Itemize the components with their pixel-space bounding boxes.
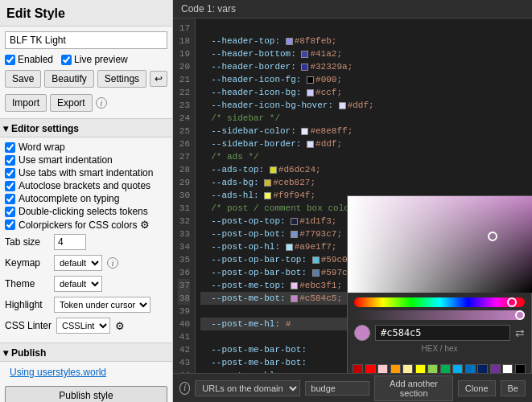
alpha-bar[interactable] bbox=[354, 310, 525, 320]
smart-indent-item: Use smart indentation bbox=[5, 154, 167, 166]
color-picker-overlay: ⇄ HEX / hex bbox=[347, 195, 532, 373]
live-preview-label[interactable]: Live preview bbox=[61, 54, 128, 65]
right-panel: Code 1: vars 1718192021 2223242526 27282… bbox=[173, 0, 532, 402]
autoclose-item: Autoclose brackets and quotes bbox=[5, 179, 167, 192]
chevron-down-icon-publish: ▾ bbox=[3, 347, 8, 359]
tab-size-label: Tab size bbox=[5, 236, 49, 248]
autoclose-label: Autoclose brackets and quotes bbox=[19, 180, 151, 191]
hex-input[interactable] bbox=[375, 325, 510, 341]
line-numbers: 1718192021 2223242526 2728293031 3233343… bbox=[173, 18, 196, 373]
smart-indent-label: Use smart indentation bbox=[19, 154, 113, 166]
word-wrap-label: Word wrap bbox=[19, 142, 65, 153]
budget-input[interactable] bbox=[305, 381, 369, 396]
theme-select[interactable]: default bbox=[54, 276, 102, 292]
autoclose-checkbox[interactable] bbox=[5, 181, 15, 191]
colorpickers-label: Colorpickers for CSS colors bbox=[19, 219, 137, 231]
swap-icon[interactable]: ⇄ bbox=[515, 326, 525, 339]
palette-swatch[interactable] bbox=[502, 364, 513, 373]
word-wrap-item: Word wrap bbox=[5, 141, 167, 154]
export-button[interactable]: Export bbox=[50, 94, 93, 112]
clone-button[interactable]: Clone bbox=[458, 380, 496, 396]
color-swatch-preview bbox=[354, 325, 370, 341]
css-linter-gear-icon[interactable]: ⚙ bbox=[115, 320, 125, 332]
palette-swatch[interactable] bbox=[353, 364, 363, 373]
publish-link[interactable]: Using userstyles.world bbox=[5, 365, 167, 379]
add-section-button[interactable]: Add another section bbox=[374, 375, 452, 401]
smart-tabs-item: Use tabs with smart indentation bbox=[5, 166, 167, 179]
format-label: HEX / hex bbox=[354, 344, 525, 353]
keymap-row: Keymap default i bbox=[5, 252, 167, 273]
theme-row: Theme default bbox=[5, 273, 167, 294]
enabled-checkbox[interactable] bbox=[5, 55, 15, 65]
tab-size-row: Tab size bbox=[5, 232, 167, 252]
palette-swatch[interactable] bbox=[402, 364, 413, 373]
action-buttons-row: Save Beautify Settings ↩ bbox=[0, 67, 172, 91]
palette-swatch[interactable] bbox=[377, 364, 388, 373]
alpha-thumb[interactable] bbox=[515, 310, 525, 320]
be-button[interactable]: Be bbox=[501, 380, 526, 396]
picker-controls: ⇄ HEX / hex bbox=[348, 293, 531, 361]
enabled-label[interactable]: Enabled bbox=[5, 54, 53, 65]
urls-dropdown[interactable]: URLs on the domain bbox=[195, 380, 300, 396]
autocomplete-item: Autocomplete on typing bbox=[5, 192, 167, 205]
autocomplete-checkbox[interactable] bbox=[5, 194, 15, 204]
css-linter-label: CSS Linter bbox=[5, 320, 52, 331]
palette-swatch[interactable] bbox=[440, 364, 451, 373]
style-name-input[interactable] bbox=[5, 31, 167, 49]
palette-swatch[interactable] bbox=[427, 364, 438, 373]
highlight-select[interactable]: Token under cursor bbox=[54, 297, 151, 313]
code-header: Code 1: vars bbox=[173, 0, 532, 18]
palette-swatch[interactable] bbox=[515, 364, 526, 373]
picker-circle[interactable] bbox=[488, 232, 497, 241]
hue-thumb[interactable] bbox=[507, 297, 517, 307]
bottom-info-icon[interactable]: i bbox=[179, 382, 190, 395]
keymap-label: Keymap bbox=[5, 257, 49, 269]
undo-button[interactable]: ↩ bbox=[150, 71, 167, 87]
highlight-label: Highlight bbox=[5, 299, 49, 310]
tab-size-input[interactable] bbox=[54, 234, 86, 250]
theme-label: Theme bbox=[5, 278, 49, 289]
beautify-button[interactable]: Beautify bbox=[44, 70, 93, 88]
enabled-row: Enabled Live preview bbox=[0, 52, 172, 67]
palette-swatch[interactable] bbox=[465, 364, 476, 373]
editor-settings-header[interactable]: ▾ Editor settings bbox=[0, 118, 172, 137]
save-button[interactable]: Save bbox=[5, 70, 41, 88]
live-preview-checkbox[interactable] bbox=[61, 55, 72, 65]
palette-swatch[interactable] bbox=[365, 364, 376, 373]
editor-settings-content: Word wrap Use smart indentation Use tabs… bbox=[0, 137, 172, 339]
colorpickers-checkbox[interactable] bbox=[5, 219, 15, 230]
chevron-down-icon: ▾ bbox=[3, 123, 8, 134]
publish-style-button[interactable]: Publish style bbox=[5, 386, 167, 402]
css-linter-row: CSS Linter CSSLint ⚙ bbox=[5, 315, 167, 336]
word-wrap-checkbox[interactable] bbox=[5, 142, 15, 153]
code-area: 1718192021 2223242526 2728293031 3233343… bbox=[173, 18, 532, 373]
smart-indent-checkbox[interactable] bbox=[5, 155, 15, 166]
smart-tabs-checkbox[interactable] bbox=[5, 168, 15, 178]
autocomplete-label: Autocomplete on typing bbox=[19, 193, 119, 204]
gear-icon[interactable]: ⚙ bbox=[140, 219, 150, 231]
palette-swatch[interactable] bbox=[452, 364, 463, 373]
color-picker-gradient[interactable] bbox=[348, 196, 532, 293]
css-linter-select[interactable]: CSSLint bbox=[56, 318, 110, 334]
hex-row: ⇄ bbox=[354, 325, 525, 341]
palette-swatch[interactable] bbox=[415, 364, 426, 373]
double-click-label: Double-clicking selects tokens bbox=[19, 206, 148, 217]
left-panel: Edit Style Enabled Live preview Save Bea… bbox=[0, 0, 173, 402]
palette-grid bbox=[348, 361, 531, 373]
panel-title: Edit Style bbox=[0, 0, 172, 27]
bottom-bar: i URLs on the domain Add another section… bbox=[173, 373, 532, 402]
smart-tabs-label: Use tabs with smart indentation bbox=[19, 167, 153, 178]
publish-header[interactable]: ▾ Publish bbox=[0, 343, 172, 362]
palette-swatch[interactable] bbox=[490, 364, 501, 373]
double-click-checkbox[interactable] bbox=[5, 207, 15, 217]
publish-content: Using userstyles.world bbox=[0, 362, 172, 383]
colorpickers-item: Colorpickers for CSS colors ⚙ bbox=[5, 218, 167, 232]
keymap-select[interactable]: default bbox=[54, 255, 102, 271]
import-button[interactable]: Import bbox=[5, 94, 47, 112]
hue-bar[interactable] bbox=[354, 297, 525, 307]
keymap-info-icon[interactable]: i bbox=[107, 257, 118, 269]
palette-swatch[interactable] bbox=[477, 364, 488, 373]
palette-swatch[interactable] bbox=[390, 364, 401, 373]
settings-button[interactable]: Settings bbox=[97, 70, 146, 88]
help-icon[interactable]: i bbox=[96, 97, 107, 109]
